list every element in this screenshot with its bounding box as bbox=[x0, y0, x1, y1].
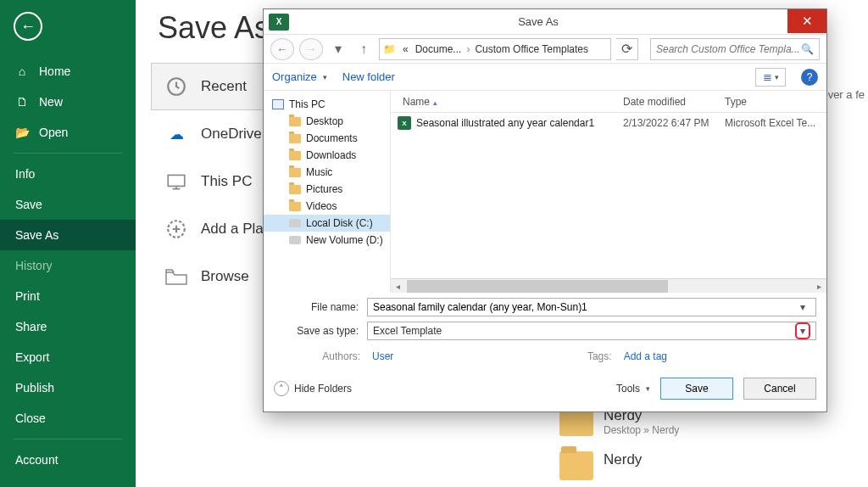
nav-export-label: Export bbox=[15, 350, 49, 364]
scroll-right-icon[interactable]: ▸ bbox=[812, 282, 826, 291]
place-browse-label: Browse bbox=[201, 268, 249, 285]
nav-save[interactable]: Save bbox=[0, 189, 136, 220]
folder-icon bbox=[289, 185, 301, 194]
view-mode-dropdown[interactable]: ≣ bbox=[755, 68, 786, 87]
tree-item-music[interactable]: Music bbox=[264, 164, 390, 181]
tree-item-new-volume[interactable]: New Volume (D:) bbox=[264, 232, 390, 249]
nav-new-label: New bbox=[39, 95, 63, 109]
file-row[interactable]: X Seasonal illustrated any year calendar… bbox=[391, 113, 826, 133]
nav-info-label: Info bbox=[15, 167, 35, 181]
clock-icon bbox=[164, 74, 189, 99]
tree-item-this-pc[interactable]: This PC bbox=[264, 96, 390, 113]
browse-icon bbox=[164, 264, 189, 289]
home-icon: ⌂ bbox=[15, 64, 29, 78]
search-input[interactable] bbox=[656, 43, 801, 55]
save-type-field[interactable]: Excel Template ▾ bbox=[367, 322, 816, 340]
folder-icon bbox=[289, 168, 301, 177]
nav-save-as[interactable]: Save As bbox=[0, 220, 136, 250]
sort-indicator-icon: ▴ bbox=[433, 98, 437, 107]
save-type-label: Save as type: bbox=[274, 325, 367, 337]
column-name[interactable]: Name▴ bbox=[398, 96, 623, 108]
backstage-sidebar: ← ⌂ Home 🗋 New 📂 Open Info Save Save As … bbox=[0, 0, 136, 487]
place-add-label: Add a Plac bbox=[201, 221, 270, 238]
excel-icon: X bbox=[269, 14, 289, 31]
file-name-dropdown-icon[interactable]: ▾ bbox=[795, 301, 810, 313]
file-name-input[interactable] bbox=[373, 301, 795, 313]
nav-back-button[interactable]: ← bbox=[270, 38, 294, 60]
column-headers[interactable]: Name▴ Date modified Type bbox=[391, 91, 826, 113]
folder-tree[interactable]: This PC Desktop Documents Downloads Musi… bbox=[264, 91, 391, 293]
tree-label: This PC bbox=[289, 98, 326, 110]
nav-recent-dropdown[interactable]: ▾ bbox=[328, 39, 348, 59]
nav-export[interactable]: Export bbox=[0, 342, 136, 372]
nav-history: History bbox=[0, 250, 136, 281]
nav-new[interactable]: 🗋 New bbox=[0, 87, 136, 117]
save-type-value: Excel Template bbox=[373, 325, 795, 337]
recent-folder-name: Nerdy bbox=[604, 451, 642, 468]
nav-info[interactable]: Info bbox=[0, 159, 136, 189]
tree-label: Desktop bbox=[306, 115, 343, 127]
file-name-label: File name: bbox=[274, 301, 367, 313]
horizontal-scrollbar[interactable]: ◂ ▸ bbox=[391, 278, 826, 293]
help-button[interactable]: ? bbox=[801, 69, 818, 86]
nav-publish[interactable]: Publish bbox=[0, 372, 136, 403]
tags-value[interactable]: Add a tag bbox=[624, 350, 667, 362]
tools-menu[interactable]: Tools bbox=[616, 383, 650, 395]
new-folder-button[interactable]: New folder bbox=[342, 70, 395, 83]
recent-folder[interactable]: Nerdy bbox=[559, 451, 860, 480]
tree-item-downloads[interactable]: Downloads bbox=[264, 147, 390, 164]
save-button[interactable]: Save bbox=[660, 378, 733, 400]
chevron-up-icon: ˄ bbox=[274, 381, 289, 396]
nav-save-label: Save bbox=[15, 198, 42, 211]
recent-detail: Nerdy Desktop » Nerdy Nerdy bbox=[559, 407, 860, 487]
tree-item-local-disk[interactable]: Local Disk (C:) bbox=[264, 215, 390, 232]
tree-label: Documents bbox=[306, 132, 358, 144]
nav-home-label: Home bbox=[39, 64, 70, 78]
column-date[interactable]: Date modified bbox=[623, 96, 725, 108]
organize-menu[interactable]: Organize bbox=[272, 70, 327, 83]
tree-item-pictures[interactable]: Pictures bbox=[264, 181, 390, 198]
nav-publish-label: Publish bbox=[15, 381, 54, 395]
back-button[interactable]: ← bbox=[14, 12, 42, 41]
save-type-dropdown-icon[interactable]: ▾ bbox=[795, 322, 810, 339]
search-icon[interactable]: 🔍 bbox=[801, 43, 814, 55]
file-name-field[interactable]: ▾ bbox=[367, 298, 816, 316]
dialog-footer: ˄ Hide Folders Tools Save Cancel bbox=[264, 366, 826, 411]
folder-icon bbox=[289, 151, 301, 160]
add-place-icon bbox=[164, 216, 189, 242]
toolbar-row: Organize New folder ≣ ? bbox=[264, 64, 826, 91]
nav-print[interactable]: Print bbox=[0, 281, 136, 311]
nav-open[interactable]: 📂 Open bbox=[0, 117, 136, 148]
folder-icon bbox=[559, 451, 593, 480]
scroll-left-icon[interactable]: ◂ bbox=[391, 282, 405, 291]
address-bar[interactable]: 📁 « Docume... › Custom Office Templates bbox=[379, 38, 611, 60]
authors-value[interactable]: User bbox=[372, 350, 393, 362]
tree-label: Downloads bbox=[306, 149, 356, 161]
cancel-button[interactable]: Cancel bbox=[743, 378, 816, 400]
nav-home[interactable]: ⌂ Home bbox=[0, 56, 136, 87]
search-box[interactable]: 🔍 bbox=[650, 38, 820, 60]
place-recent-label: Recent bbox=[201, 78, 247, 95]
column-type[interactable]: Type bbox=[725, 96, 826, 108]
scroll-thumb[interactable] bbox=[407, 280, 668, 293]
hide-folders-toggle[interactable]: ˄ Hide Folders bbox=[274, 381, 352, 396]
nav-account[interactable]: Account bbox=[0, 445, 136, 475]
close-button[interactable]: ✕ bbox=[787, 9, 826, 33]
breadcrumb-segment[interactable]: Docume... bbox=[412, 43, 465, 55]
refresh-button[interactable]: ⟳ bbox=[616, 38, 638, 60]
breadcrumb-segment[interactable]: « bbox=[399, 43, 412, 55]
hide-folders-label: Hide Folders bbox=[294, 383, 352, 395]
tree-item-videos[interactable]: Videos bbox=[264, 198, 390, 215]
tree-item-documents[interactable]: Documents bbox=[264, 130, 390, 147]
nav-up-button[interactable]: ↑ bbox=[353, 39, 374, 59]
tree-item-desktop[interactable]: Desktop bbox=[264, 113, 390, 130]
breadcrumb-segment[interactable]: Custom Office Templates bbox=[471, 43, 592, 55]
file-date: 2/13/2022 6:47 PM bbox=[623, 117, 725, 129]
nav-forward-button[interactable]: → bbox=[299, 38, 323, 60]
save-form: File name: ▾ Save as type: Excel Templat… bbox=[264, 293, 826, 366]
dialog-title: Save As bbox=[289, 15, 787, 28]
nav-share[interactable]: Share bbox=[0, 311, 136, 342]
nav-close[interactable]: Close bbox=[0, 403, 136, 434]
folder-icon bbox=[289, 117, 301, 126]
file-list[interactable]: X Seasonal illustrated any year calendar… bbox=[391, 113, 826, 278]
